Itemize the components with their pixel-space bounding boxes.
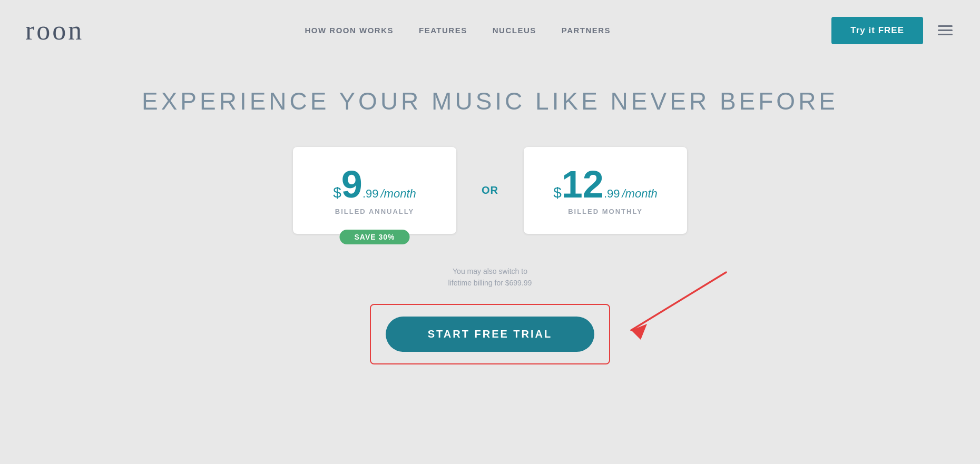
nav-nucleus[interactable]: NUCLEUS [493,26,536,35]
monthly-billing-label: BILLED MONTHLY [568,208,643,215]
annual-decimal: .99 [362,187,379,201]
save-badge: SAVE 30% [340,230,410,244]
nav-how-roon-works[interactable]: HOW ROON WORKS [305,26,394,35]
main-nav: HOW ROON WORKS FEATURES NUCLEUS PARTNERS [305,26,611,35]
site-logo[interactable]: roon [25,15,84,46]
monthly-period: /month [622,187,658,201]
annual-billing-label: BILLED ANNUALLY [335,208,414,215]
svg-line-0 [631,272,726,330]
annual-price-line: $ 9 .99 /month [333,165,416,203]
nav-partners[interactable]: PARTNERS [562,26,611,35]
hamburger-menu-icon[interactable] [936,23,955,37]
cta-container: START FREE TRIAL [370,304,611,364]
lifetime-line2: lifetime billing for $699.99 [448,279,532,287]
annual-pricing-card: $ 9 .99 /month BILLED ANNUALLY SAVE 30% [293,147,456,234]
site-header: roon HOW ROON WORKS FEATURES NUCLEUS PAR… [0,0,980,61]
page-headline: EXPERIENCE YOUR MUSIC LIKE NEVER BEFORE [142,87,838,115]
try-free-button[interactable]: Try it FREE [831,17,923,44]
red-arrow-icon [600,262,737,346]
main-content: EXPERIENCE YOUR MUSIC LIKE NEVER BEFORE … [0,61,980,364]
header-right: Try it FREE [831,17,955,44]
lifetime-line1: You may also switch to [453,267,527,275]
or-divider: OR [482,184,498,196]
annual-main-price: 9 [341,165,362,203]
pricing-row: $ 9 .99 /month BILLED ANNUALLY SAVE 30% … [293,147,687,234]
monthly-decimal: .99 [604,187,620,201]
cta-highlight-box: START FREE TRIAL [370,304,611,364]
annotation-arrow [600,262,737,346]
monthly-pricing-card: $ 12 .99 /month BILLED MONTHLY [524,147,687,234]
lifetime-notice: You may also switch to lifetime billing … [448,265,532,289]
monthly-dollar: $ [553,184,562,201]
start-free-trial-button[interactable]: START FREE TRIAL [386,317,595,352]
nav-features[interactable]: FEATURES [419,26,467,35]
monthly-main-price: 12 [562,165,604,203]
annual-period: /month [380,187,416,201]
monthly-price-line: $ 12 .99 /month [553,165,658,203]
annual-dollar: $ [333,184,341,201]
